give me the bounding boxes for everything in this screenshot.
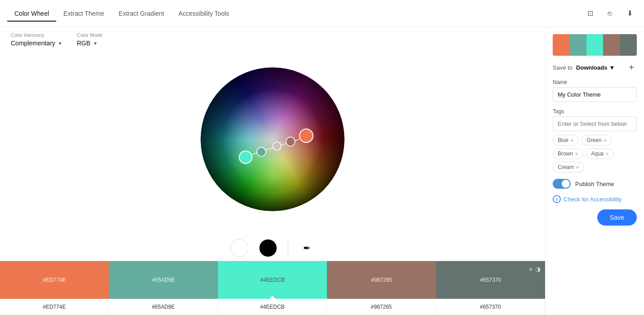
toggle-knob — [562, 180, 570, 188]
theme-swatch-1 — [569, 34, 586, 56]
adjust-icon[interactable]: ≡ — [529, 266, 532, 273]
circle-icon[interactable]: ◑ — [535, 266, 541, 273]
name-label: Name — [553, 79, 637, 85]
svg-point-5 — [300, 129, 313, 142]
hex-input-0[interactable] — [0, 299, 109, 315]
svg-point-4 — [286, 137, 295, 146]
share-button[interactable]: ⎋ — [603, 6, 617, 21]
hex-input-row — [0, 299, 545, 315]
harmony-chevron: ▼ — [58, 41, 63, 46]
theme-preview — [553, 34, 637, 56]
save-to-row: Save to Downloads ▼ + — [553, 62, 637, 73]
name-input[interactable] — [553, 87, 637, 102]
theme-swatch-4 — [620, 34, 637, 56]
header: Color Wheel Extract Theme Extract Gradie… — [0, 0, 644, 27]
accessibility-label: Check for Accessibility — [564, 196, 622, 203]
right-panel: Save to Downloads ▼ + Name Tags Blue + G… — [545, 27, 644, 315]
svg-point-3 — [273, 142, 281, 150]
tag-cream[interactable]: Cream + — [553, 162, 584, 173]
save-button[interactable]: Save — [597, 209, 637, 226]
add-button[interactable]: + — [626, 62, 637, 73]
center-panel: Color Harmony Complementary ▼ Color Mode… — [0, 27, 545, 315]
bottom-controls: ✒ — [230, 235, 315, 261]
mode-control: Color Mode RGB ▼ — [77, 32, 103, 47]
white-circle[interactable] — [230, 239, 248, 257]
theme-swatch-3 — [603, 34, 620, 56]
harmony-overlay — [201, 67, 344, 211]
nav-tabs: Color Wheel Extract Theme Extract Gradie… — [7, 6, 237, 21]
tag-brown[interactable]: Brown + — [553, 148, 583, 159]
tags-label: Tags — [553, 108, 637, 115]
save-to-select[interactable]: Downloads ▼ — [576, 64, 615, 71]
mode-chevron: ▼ — [93, 41, 98, 46]
svg-point-2 — [257, 147, 266, 156]
svg-point-1 — [239, 151, 252, 164]
swatch-1[interactable]: #65AD9E — [109, 261, 218, 299]
name-field-group: Name — [553, 79, 637, 102]
harmony-control: Color Harmony Complementary ▼ — [11, 32, 63, 47]
tag-green-plus: + — [604, 137, 607, 144]
wheel-container — [201, 43, 344, 235]
main: Color Harmony Complementary ▼ Color Mode… — [0, 27, 644, 315]
mode-label: Color Mode — [77, 32, 103, 38]
tab-color-wheel[interactable]: Color Wheel — [7, 6, 56, 22]
divider — [288, 240, 288, 256]
swatch-2[interactable]: #4EEDCB — [218, 261, 327, 299]
swatch-0[interactable]: #ED774E — [0, 261, 109, 299]
hex-input-3[interactable] — [327, 299, 436, 315]
tags-input[interactable] — [553, 116, 637, 131]
hex-input-2[interactable] — [218, 299, 327, 315]
harmony-label: Color Harmony — [11, 32, 63, 38]
swatches-bar: #ED774E #65AD9E #4EEDCB #987265 ≡ ◑ #657… — [0, 261, 545, 299]
save-to-chevron: ▼ — [609, 64, 615, 71]
tag-blue[interactable]: Blue + — [553, 135, 579, 146]
publish-toggle[interactable] — [553, 179, 571, 189]
hex-input-4[interactable] — [436, 299, 545, 315]
tag-aqua-plus: + — [605, 150, 609, 157]
tags-row: Blue + Green + Brown + Aqua + Cream + — [553, 135, 637, 173]
tag-green[interactable]: Green + — [581, 135, 612, 146]
tab-accessibility-tools[interactable]: Accessibility Tools — [171, 6, 237, 22]
swatch-4[interactable]: ≡ ◑ #657370 — [436, 261, 545, 299]
accessibility-row[interactable]: i Check for Accessibility — [553, 195, 637, 203]
publish-label: Publish Theme — [575, 181, 614, 187]
download-button[interactable]: ⬇ — [622, 6, 637, 21]
tag-cream-plus: + — [576, 164, 579, 171]
black-circle[interactable] — [259, 239, 277, 257]
eyedropper-button[interactable]: ✒ — [299, 240, 315, 256]
theme-swatch-0 — [553, 34, 569, 56]
swatch-active-indicator — [269, 296, 276, 299]
swatch-3[interactable]: #987265 — [327, 261, 436, 299]
tag-blue-plus: + — [570, 137, 574, 144]
info-icon: i — [553, 195, 561, 203]
swatch-icons: ≡ ◑ — [529, 266, 541, 273]
header-actions: ⊡ ⎋ ⬇ — [583, 6, 637, 21]
tags-field-group: Tags Blue + Green + Brown + Aqua + — [553, 108, 637, 173]
color-wheel-wrapper[interactable] — [201, 67, 344, 211]
fullscreen-button[interactable]: ⊡ — [583, 6, 597, 21]
tab-extract-gradient[interactable]: Extract Gradient — [112, 6, 171, 22]
tag-aqua[interactable]: Aqua + — [586, 148, 614, 159]
tag-brown-plus: + — [575, 150, 578, 157]
theme-swatch-2 — [586, 34, 603, 56]
tab-extract-theme[interactable]: Extract Theme — [56, 6, 112, 22]
publish-row: Publish Theme — [553, 179, 637, 189]
hex-input-1[interactable] — [109, 299, 218, 315]
mode-select[interactable]: RGB ▼ — [77, 40, 103, 47]
harmony-select[interactable]: Complementary ▼ — [11, 40, 63, 47]
